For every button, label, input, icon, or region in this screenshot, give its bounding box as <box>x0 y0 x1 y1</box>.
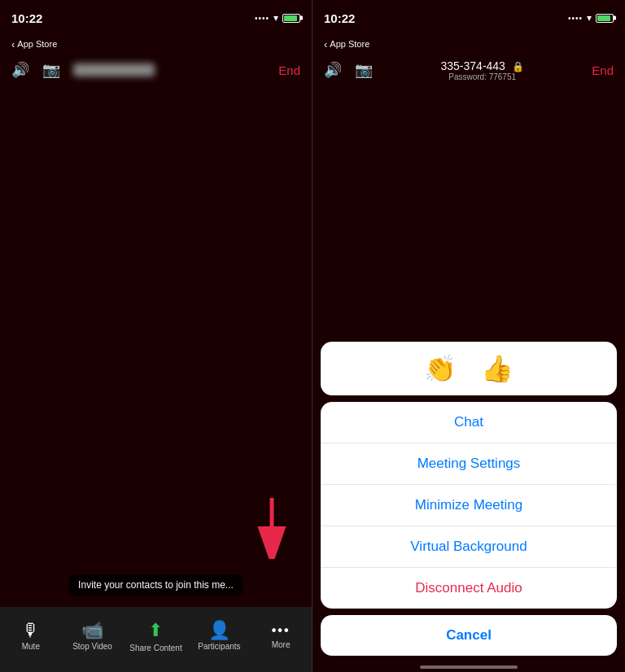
left-app-store-label: App Store <box>17 39 57 49</box>
left-status-time: 10:22 <box>11 11 42 25</box>
left-panel: 10:22 •••• ▾ ‹ App Store 🔊 📷 End Invite … <box>0 0 312 672</box>
cancel-button[interactable]: Cancel <box>321 615 617 656</box>
left-status-bar: 10:22 •••• ▾ <box>0 0 312 36</box>
left-toolbar-left: 🔊 📷 <box>11 61 155 79</box>
more-label-left: More <box>272 640 291 649</box>
left-status-icons: •••• ▾ <box>255 12 300 24</box>
right-battery-icon <box>596 14 614 23</box>
invite-tooltip: Invite your contacts to join this me... <box>68 574 243 596</box>
participants-label-left: Participants <box>198 642 240 651</box>
arrow-container <box>251 494 292 562</box>
battery-icon <box>282 14 300 23</box>
thumbsup-emoji[interactable]: 👍 <box>481 353 514 384</box>
action-sheet: 👏 👍 Chat Meeting Settings Minimize Meeti… <box>312 335 625 672</box>
stop-video-icon-left: 📹 <box>81 622 103 639</box>
meeting-settings-menu-item[interactable]: Meeting Settings <box>321 443 617 485</box>
left-camera-icon[interactable]: 📷 <box>42 61 60 79</box>
right-status-bar: 10:22 •••• ▾ <box>312 0 625 36</box>
signal-dots-icon: •••• <box>255 14 269 23</box>
wifi-icon: ▾ <box>273 12 278 24</box>
participants-icon-left: 👤 <box>208 622 230 639</box>
right-end-button[interactable]: End <box>592 63 614 77</box>
left-bottom-nav: 🎙 Mute 📹 Stop Video ⬆ Share Content 👤 Pa… <box>0 607 312 672</box>
left-meeting-name-blurred <box>73 63 155 76</box>
right-wifi-icon: ▾ <box>587 12 592 24</box>
nav-mute-left[interactable]: 🎙 Mute <box>7 622 55 651</box>
nav-more-left[interactable]: ••• More <box>256 623 305 649</box>
left-meeting-toolbar: 🔊 📷 End <box>0 52 312 88</box>
left-back-button[interactable]: ‹ App Store <box>11 38 57 50</box>
left-audio-icon[interactable]: 🔊 <box>11 61 29 79</box>
left-back-arrow-icon: ‹ <box>11 38 15 50</box>
more-dots-icon-left: ••• <box>272 623 291 638</box>
virtual-background-menu-item[interactable]: Virtual Background <box>321 526 617 568</box>
nav-share-left[interactable]: ⬆ Share Content <box>129 620 182 652</box>
nav-participants-left[interactable]: 👤 Participants <box>194 622 243 651</box>
chat-menu-item[interactable]: Chat <box>321 402 617 443</box>
minimize-meeting-menu-item[interactable]: Minimize Meeting <box>321 485 617 526</box>
emoji-reaction-row: 👏 👍 <box>321 342 617 395</box>
right-app-store-bar: ‹ App Store <box>312 36 625 52</box>
right-signal-dots-icon: •••• <box>568 14 583 23</box>
right-camera-icon[interactable]: 📷 <box>355 61 373 79</box>
left-app-store-bar: ‹ App Store <box>0 36 312 52</box>
meeting-password: Password: 776751 <box>448 72 516 81</box>
mute-icon-left: 🎙 <box>22 622 40 639</box>
right-app-store-label: App Store <box>330 39 369 49</box>
meeting-id-text: 335-374-443 🔒 <box>441 59 524 72</box>
right-audio-icon[interactable]: 🔊 <box>324 61 342 79</box>
mute-label-left: Mute <box>22 642 40 651</box>
right-panel: 10:22 •••• ▾ ‹ App Store 🔊 📷 335-374-443… <box>312 0 625 672</box>
right-meeting-toolbar: 🔊 📷 335-374-443 🔒 Password: 776751 End <box>312 52 625 88</box>
share-content-icon-left: ⬆ <box>148 620 163 641</box>
right-status-time: 10:22 <box>324 11 355 25</box>
clap-emoji[interactable]: 👏 <box>424 353 457 384</box>
left-end-button[interactable]: End <box>278 63 300 77</box>
share-label-left: Share Content <box>129 644 182 652</box>
right-back-button[interactable]: ‹ App Store <box>324 38 369 50</box>
right-toolbar-left: 🔊 📷 <box>324 61 373 79</box>
left-video-area: Invite your contacts to join this me... <box>0 88 312 607</box>
action-menu-group: Chat Meeting Settings Minimize Meeting V… <box>321 402 617 609</box>
meeting-id-center: 335-374-443 🔒 Password: 776751 <box>373 59 592 81</box>
right-status-icons: •••• ▾ <box>568 12 614 24</box>
disconnect-audio-menu-item[interactable]: Disconnect Audio <box>321 568 617 609</box>
down-arrow-icon <box>251 494 292 559</box>
stop-video-label-left: Stop Video <box>72 642 112 651</box>
nav-stop-video-left[interactable]: 📹 Stop Video <box>68 622 117 651</box>
lock-icon: 🔒 <box>512 61 524 72</box>
right-back-arrow-icon: ‹ <box>324 38 327 50</box>
